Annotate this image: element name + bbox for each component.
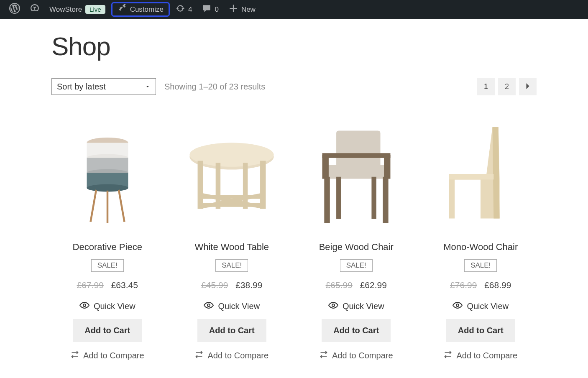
compare-icon xyxy=(71,350,79,361)
quickview-button[interactable]: Quick View xyxy=(204,300,260,312)
svg-rect-24 xyxy=(322,153,390,158)
product-title[interactable]: Decorative Piece xyxy=(73,242,142,253)
product-image[interactable] xyxy=(51,116,164,233)
eye-icon xyxy=(204,300,214,312)
quickview-label: Quick View xyxy=(343,301,384,311)
add-to-cart-button[interactable]: Add to Cart xyxy=(446,319,515,342)
product-title[interactable]: White Wood Table xyxy=(194,242,269,253)
price-new: £68.99 xyxy=(484,280,511,290)
page-title: Shop xyxy=(51,31,537,61)
product-price: £76.99 £68.99 xyxy=(450,280,511,290)
svg-rect-26 xyxy=(383,177,388,223)
sale-badge: SALE! xyxy=(464,259,497,272)
live-badge: Live xyxy=(85,5,105,14)
updates-count: 4 xyxy=(188,5,192,14)
compare-label: Add to Compare xyxy=(332,351,393,360)
product-card: Decorative Piece SALE! £67.99 £63.45 Qui… xyxy=(51,116,164,361)
product-image[interactable] xyxy=(425,116,537,233)
plus-icon xyxy=(229,4,238,15)
quickview-button[interactable]: Quick View xyxy=(79,300,135,312)
svg-rect-27 xyxy=(336,177,341,219)
product-grid: Decorative Piece SALE! £67.99 £63.45 Qui… xyxy=(51,116,537,361)
compare-button[interactable]: Add to Compare xyxy=(320,350,393,361)
wp-admin-bar: WowStore Live Customize 4 0 New xyxy=(0,0,588,19)
compare-button[interactable]: Add to Compare xyxy=(444,350,517,361)
svg-line-9 xyxy=(90,190,96,222)
wordpress-icon xyxy=(9,3,20,16)
price-new: £62.99 xyxy=(360,280,387,290)
svg-point-29 xyxy=(332,304,335,306)
comment-icon xyxy=(202,4,211,15)
price-old: £67.99 xyxy=(77,280,104,290)
svg-point-8 xyxy=(87,184,128,192)
compare-icon xyxy=(320,350,328,361)
sale-badge: SALE! xyxy=(340,259,373,272)
svg-rect-23 xyxy=(384,155,390,179)
svg-rect-20 xyxy=(336,131,380,171)
product-card: Mono-Wood Chair SALE! £76.99 £68.99 Quic… xyxy=(425,116,537,361)
compare-label: Add to Compare xyxy=(83,351,144,360)
add-to-cart-button[interactable]: Add to Cart xyxy=(197,319,266,342)
sale-badge: SALE! xyxy=(91,259,124,272)
customize-highlight: Customize xyxy=(111,2,170,17)
compare-button[interactable]: Add to Compare xyxy=(195,350,268,361)
page-2[interactable]: 2 xyxy=(498,78,516,95)
compare-icon xyxy=(444,350,452,361)
product-image[interactable] xyxy=(176,116,288,233)
compare-button[interactable]: Add to Compare xyxy=(71,350,144,361)
product-title[interactable]: Mono-Wood Chair xyxy=(443,242,518,253)
pagination: 1 2 xyxy=(477,78,537,95)
product-image[interactable] xyxy=(300,116,412,233)
dashboard-link[interactable] xyxy=(26,0,43,19)
quickview-button[interactable]: Quick View xyxy=(453,300,509,312)
page-1[interactable]: 1 xyxy=(477,78,495,95)
quickview-label: Quick View xyxy=(218,301,260,311)
eye-icon xyxy=(79,300,89,312)
compare-label: Add to Compare xyxy=(456,351,517,360)
compare-label: Add to Compare xyxy=(207,351,268,360)
page-next[interactable] xyxy=(519,78,537,95)
shop-page: Shop Sort by latest Showing 1–20 of 23 r… xyxy=(43,19,545,378)
add-to-cart-button[interactable]: Add to Cart xyxy=(322,319,391,342)
site-name-link[interactable]: WowStore Live xyxy=(45,0,110,19)
product-price: £45.99 £38.99 xyxy=(201,280,262,290)
comments-link[interactable]: 0 xyxy=(198,0,222,19)
eye-icon xyxy=(453,300,463,312)
compare-icon xyxy=(195,350,203,361)
refresh-icon xyxy=(176,4,185,15)
quickview-label: Quick View xyxy=(94,301,135,311)
product-title[interactable]: Beige Wood Chair xyxy=(319,242,394,253)
customize-link[interactable]: Customize xyxy=(113,4,168,15)
new-content-link[interactable]: New xyxy=(225,0,260,19)
price-old: £76.99 xyxy=(450,280,477,290)
product-price: £67.99 £63.45 xyxy=(77,280,138,290)
price-new: £38.99 xyxy=(235,280,262,290)
svg-point-31 xyxy=(456,304,459,306)
price-old: £45.99 xyxy=(201,280,228,290)
product-card: White Wood Table SALE! £45.99 £38.99 Qui… xyxy=(176,116,288,361)
sort-select[interactable]: Sort by latest xyxy=(51,78,156,95)
svg-point-12 xyxy=(83,304,86,306)
sale-badge: SALE! xyxy=(215,259,248,272)
add-to-cart-button[interactable]: Add to Cart xyxy=(73,319,142,342)
svg-line-10 xyxy=(119,190,125,222)
product-price: £65.99 £62.99 xyxy=(326,280,387,290)
paintbrush-icon xyxy=(118,4,127,15)
svg-rect-30 xyxy=(449,174,493,179)
svg-rect-16 xyxy=(260,161,266,209)
results-count: Showing 1–20 of 23 results xyxy=(164,82,265,92)
quickview-label: Quick View xyxy=(467,301,509,311)
new-label: New xyxy=(241,5,256,14)
product-card: Beige Wood Chair SALE! £65.99 £62.99 Qui… xyxy=(300,116,412,361)
customize-label: Customize xyxy=(130,5,164,14)
quickview-button[interactable]: Quick View xyxy=(328,300,384,312)
wp-logo-menu[interactable] xyxy=(5,0,24,19)
svg-rect-28 xyxy=(371,177,376,219)
svg-point-19 xyxy=(207,304,210,306)
svg-rect-25 xyxy=(324,177,330,223)
site-name: WowStore xyxy=(49,5,82,14)
svg-rect-15 xyxy=(198,161,203,209)
svg-rect-21 xyxy=(326,165,386,179)
updates-link[interactable]: 4 xyxy=(171,0,196,19)
price-new: £63.45 xyxy=(111,280,138,290)
